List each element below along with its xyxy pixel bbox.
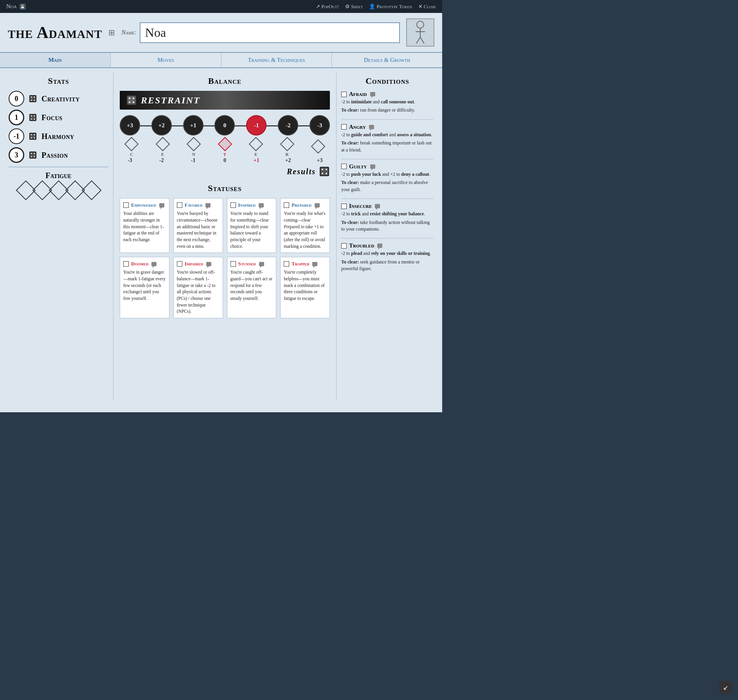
statuses-grid: Empowered Your abilities are naturally s… (120, 198, 330, 318)
results-label: Results (287, 167, 316, 176)
balance-node-m1[interactable]: -1 (246, 115, 266, 135)
id-card-icon: ⊞ (108, 28, 115, 37)
balance-node-m3[interactable]: -3 (310, 115, 330, 135)
angry-clear: To clear: break something important or l… (341, 140, 434, 153)
principle-r-letter: R (286, 152, 289, 157)
stunned-desc: You're caught off-guard—you can't act or… (230, 269, 273, 301)
balance-track: +3 +2 +1 0 -1 -2 -3 (120, 115, 330, 135)
svg-point-37 (322, 169, 323, 170)
principle-r-diamond[interactable] (280, 137, 294, 152)
top-bar-right: ↗ PopOut! ⚙ Sheet 👤 Prototype Token ✕ Cl… (316, 4, 436, 10)
condition-insecure: Insecure -2 to trick and resist shifting… (341, 203, 434, 233)
svg-point-10 (34, 100, 35, 101)
impaired-name: Impaired (185, 260, 203, 267)
inspired-desc: You're ready to stand for something—clea… (230, 210, 273, 249)
balance-title: Balance (120, 76, 330, 86)
empowered-checkbox[interactable] (123, 202, 129, 208)
prepared-chat-icon (315, 203, 320, 207)
balance-header-bar: Restraint (120, 91, 330, 110)
status-trapped: Trapped You're completely helpless—you m… (280, 257, 330, 318)
principle-e2-diamond[interactable] (249, 137, 263, 152)
stunned-checkbox[interactable] (230, 261, 236, 267)
stat-row-harmony: -1 Harmony (9, 128, 108, 144)
svg-rect-30 (128, 96, 135, 104)
trapped-chat-icon (312, 262, 317, 266)
svg-point-14 (34, 115, 35, 117)
trapped-checkbox[interactable] (284, 261, 289, 267)
principle-e1-diamond[interactable] (155, 137, 170, 152)
angry-name: Angry (349, 124, 366, 130)
balance-node-0[interactable]: 0 (214, 115, 235, 135)
angry-desc: -2 to guide and comfort and assess a sit… (341, 132, 434, 138)
val-m1: -1 (183, 157, 203, 164)
focus-dice-icon (28, 113, 38, 122)
balance-nodes-row: +3 +2 +1 0 -1 -2 -3 (120, 115, 330, 135)
save-icon[interactable]: 💾 (20, 4, 25, 9)
angry-chat-icon (369, 125, 374, 129)
principle-n: N (184, 137, 204, 157)
favored-checkbox[interactable] (177, 202, 182, 208)
fatigue-box-5[interactable] (81, 180, 101, 200)
trapped-name: Trapped (292, 260, 309, 267)
name-input[interactable] (140, 22, 400, 43)
principle-c: C (121, 137, 142, 157)
doomed-chat-icon (151, 262, 157, 266)
svg-point-40 (326, 173, 327, 174)
afraid-checkbox[interactable] (341, 92, 347, 97)
tab-moves[interactable]: Moves (111, 53, 221, 67)
favored-name: Favored (185, 202, 203, 209)
fatigue-title: Fatigue (9, 171, 108, 180)
empowered-name: Empowered (131, 202, 156, 209)
stat-row-creativity: 0 Creativity (9, 91, 108, 106)
principle-end-diamond[interactable] (311, 139, 326, 154)
balance-node-m2[interactable]: -2 (278, 115, 298, 135)
tabs-bar: Main Moves Training & Techniques Details… (0, 53, 442, 68)
passion-value: 3 (9, 147, 24, 163)
afraid-desc: -2 to intimidate and call someone out. (341, 99, 434, 105)
creativity-value: 0 (9, 91, 24, 106)
guilty-checkbox[interactable] (341, 164, 347, 169)
impaired-chat-icon (206, 262, 211, 266)
tab-main[interactable]: Main (0, 53, 111, 67)
principle-t-diamond[interactable] (218, 137, 232, 152)
principle-c-diamond[interactable] (124, 137, 139, 152)
tab-training[interactable]: Training & Techniques (221, 53, 332, 67)
empowered-desc: Your abilities are naturally stronger in… (123, 210, 166, 243)
impaired-checkbox[interactable] (177, 261, 182, 267)
sheet-title: the Adamant (8, 23, 102, 42)
guilty-chat-icon (370, 164, 375, 169)
insecure-name: Insecure (349, 203, 372, 209)
avatar-figure (412, 21, 428, 44)
condition-divider-4 (341, 238, 434, 238)
stats-divider (9, 167, 108, 167)
balance-node-p2[interactable]: +2 (151, 115, 172, 135)
close-x-icon: ✕ (418, 4, 423, 9)
insecure-checkbox[interactable] (341, 204, 347, 209)
passion-dice-icon (28, 150, 38, 160)
principle-t-letter: T (223, 152, 226, 157)
principle-e2: E (246, 137, 266, 157)
prototype-token-link[interactable]: 👤 Prototype Token (369, 4, 412, 10)
tab-details-growth[interactable]: Details & Growth (332, 53, 442, 67)
principle-n-diamond[interactable] (187, 137, 201, 152)
popout-link[interactable]: ↗ PopOut! (316, 4, 339, 10)
angry-checkbox[interactable] (341, 124, 347, 130)
favored-chat-icon (205, 203, 211, 207)
balance-node-p1[interactable]: +1 (183, 115, 203, 135)
val-p2: +2 (278, 157, 298, 164)
svg-point-25 (31, 153, 32, 154)
guilty-desc: -2 to push your luck and +2 to deny a ca… (341, 171, 434, 178)
character-sheet: the Adamant ⊞ Name: Main Moves Training … (0, 13, 442, 412)
inspired-checkbox[interactable] (230, 202, 236, 208)
close-link[interactable]: ✕ Close (418, 4, 436, 10)
doomed-checkbox[interactable] (123, 261, 129, 267)
balance-node-p3[interactable]: +3 (120, 115, 140, 135)
prepared-checkbox[interactable] (284, 202, 289, 208)
sheet-link[interactable]: ⚙ Sheet (345, 4, 363, 10)
svg-point-0 (417, 21, 424, 28)
balance-track-label: Restraint (141, 95, 200, 106)
insecure-clear: To clear: take foolhardy action without … (341, 219, 434, 233)
troubled-checkbox[interactable] (341, 243, 347, 249)
val-m3: -3 (120, 157, 140, 164)
impaired-desc: You're slowed or off-balance—mark 1-fati… (177, 269, 220, 315)
